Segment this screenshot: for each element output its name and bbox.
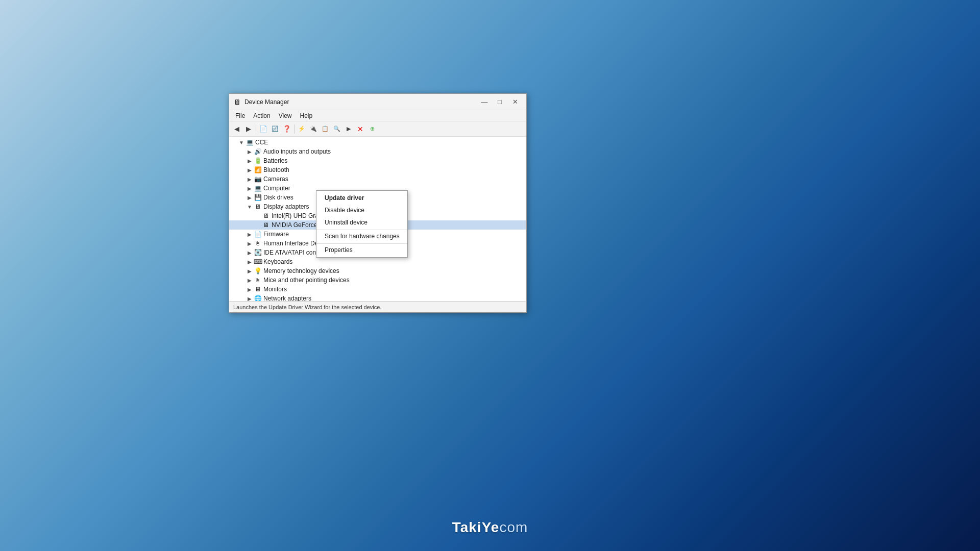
toolbar-separator-2	[294, 124, 295, 134]
toggle-network[interactable]: ▶	[246, 294, 254, 301]
toolbar-btn-7[interactable]: 🔌	[308, 123, 319, 135]
toggle-memory[interactable]: ▶	[246, 267, 254, 275]
toggle-cameras[interactable]: ▶	[246, 175, 254, 183]
network-icon: 🌐	[254, 294, 262, 301]
status-bar: Launches the Update Driver Wizard for th…	[229, 301, 526, 312]
forward-button[interactable]: ▶	[243, 123, 254, 135]
title-bar: 🖥 Device Manager — □ ✕	[229, 94, 526, 110]
menu-file[interactable]: File	[231, 111, 249, 120]
ctx-properties[interactable]: Properties	[316, 243, 407, 256]
toggle-ide[interactable]: ▶	[246, 248, 254, 257]
title-bar-buttons: — □ ✕	[477, 97, 522, 107]
list-item[interactable]: ▶ 🔊 Audio inputs and outputs	[229, 147, 526, 156]
disk-icon: 💾	[254, 193, 262, 202]
item-label: Monitors	[263, 286, 287, 293]
list-item[interactable]: ▶ 📶 Bluetooth	[229, 165, 526, 174]
properties-button[interactable]: 📄	[258, 123, 269, 135]
list-item[interactable]: ▶ 📷 Cameras	[229, 174, 526, 184]
toggle-bluetooth[interactable]: ▶	[246, 166, 254, 174]
toolbar-btn-6[interactable]: ⚡	[296, 123, 307, 135]
watermark: TakiYecom	[452, 519, 528, 536]
audio-icon: 🔊	[254, 147, 262, 156]
window-title: Device Manager	[244, 98, 477, 106]
firmware-icon: 📄	[254, 230, 262, 238]
window-icon: 🖥	[233, 98, 241, 106]
scan-hardware-button[interactable]: 🔍	[331, 123, 342, 135]
item-label: Firmware	[263, 231, 289, 238]
toolbar-btn-10[interactable]: ▶	[343, 123, 354, 135]
display-icon: 🖥	[254, 203, 262, 211]
list-item[interactable]: ▶ ⌨ Keyboards	[229, 257, 526, 266]
item-label: Computer	[263, 185, 290, 192]
toolbar-btn-12[interactable]: ⊕	[366, 123, 378, 135]
item-label: Mice and other pointing devices	[263, 277, 350, 284]
item-label: Keyboards	[263, 258, 292, 265]
toggle-batteries[interactable]: ▶	[246, 157, 254, 165]
memory-icon: 💡	[254, 267, 262, 275]
toolbar: ◀ ▶ 📄 🔃 ❓ ⚡ 🔌 📋 🔍 ▶ ✕ ⊕	[229, 121, 526, 137]
toggle-audio[interactable]: ▶	[246, 147, 254, 156]
item-label: Network adapters	[263, 295, 311, 301]
status-text: Launches the Update Driver Wizard for th…	[233, 304, 381, 310]
toggle-monitors[interactable]: ▶	[246, 285, 254, 293]
ide-icon: 💽	[254, 248, 262, 257]
toggle-disk[interactable]: ▶	[246, 193, 254, 202]
nvidia-gpu-icon: 🖥	[262, 221, 270, 229]
list-item[interactable]: ▶ 🖥 Monitors	[229, 285, 526, 294]
computer-icon: 💻	[246, 138, 254, 146]
intel-gpu-icon: 🖥	[262, 212, 270, 220]
context-menu: Update driver Disable device Uninstall d…	[316, 190, 408, 258]
computer-node-icon: 💻	[254, 184, 262, 192]
keyboard-icon: ⌨	[254, 258, 262, 266]
item-label: Disk drives	[263, 194, 293, 201]
desktop: 🖥 Device Manager — □ ✕ File Action View …	[0, 0, 980, 551]
bluetooth-icon: 📶	[254, 166, 262, 174]
toggle-firmware[interactable]: ▶	[246, 230, 254, 238]
watermark-takiye: TakiYe	[452, 519, 500, 535]
toggle-mice[interactable]: ▶	[246, 276, 254, 284]
toolbar-btn-red-x[interactable]: ✕	[355, 123, 366, 135]
help-button[interactable]: ❓	[281, 123, 292, 135]
item-label: Display adapters	[263, 203, 309, 210]
ctx-update-driver[interactable]: Update driver	[316, 192, 407, 204]
toggle-nvidia	[254, 221, 262, 229]
toolbar-separator-1	[256, 124, 256, 134]
ctx-scan-hardware[interactable]: Scan for hardware changes	[316, 230, 407, 242]
menu-help[interactable]: Help	[296, 111, 317, 120]
item-label: Cameras	[263, 176, 288, 183]
watermark-com: com	[499, 519, 528, 535]
toggle-display[interactable]: ▼	[246, 203, 254, 211]
minimize-button[interactable]: —	[477, 97, 492, 107]
update-driver-button[interactable]: 🔃	[270, 123, 281, 135]
monitors-icon: 🖥	[254, 285, 262, 293]
maximize-button[interactable]: □	[493, 97, 507, 107]
toggle-intel	[254, 212, 262, 220]
tree-root[interactable]: ▼ 💻 CCE	[229, 138, 526, 147]
menu-bar: File Action View Help	[229, 110, 526, 121]
ctx-uninstall-device[interactable]: Uninstall device	[316, 216, 407, 229]
item-label: Batteries	[263, 157, 287, 164]
batteries-icon: 🔋	[254, 157, 262, 165]
list-item[interactable]: ▶ 💡 Memory technology devices	[229, 266, 526, 276]
menu-view[interactable]: View	[275, 111, 296, 120]
menu-action[interactable]: Action	[249, 111, 274, 120]
item-label: Memory technology devices	[263, 267, 339, 274]
back-button[interactable]: ◀	[231, 123, 242, 135]
toggle-hid[interactable]: ▶	[246, 239, 254, 247]
root-toggle[interactable]: ▼	[237, 138, 246, 146]
list-item[interactable]: ▶ 🖱 Mice and other pointing devices	[229, 276, 526, 285]
close-button[interactable]: ✕	[508, 97, 522, 107]
toolbar-btn-8[interactable]: 📋	[320, 123, 331, 135]
hid-icon: 🖱	[254, 239, 262, 247]
list-item[interactable]: ▶ 🌐 Network adapters	[229, 294, 526, 301]
ctx-disable-device[interactable]: Disable device	[316, 204, 407, 216]
root-label: CCE	[255, 139, 268, 146]
item-label: Bluetooth	[263, 166, 289, 173]
list-item[interactable]: ▶ 🔋 Batteries	[229, 156, 526, 165]
mice-icon: 🖱	[254, 276, 262, 284]
toggle-computer[interactable]: ▶	[246, 184, 254, 192]
toggle-keyboards[interactable]: ▶	[246, 258, 254, 266]
cameras-icon: 📷	[254, 175, 262, 183]
item-label: Audio inputs and outputs	[263, 148, 331, 155]
